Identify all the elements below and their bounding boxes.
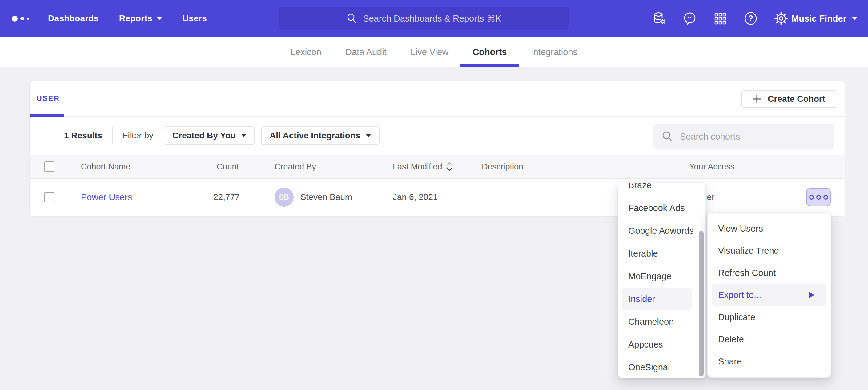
- chevron-down-icon: [241, 134, 246, 137]
- nav-link-reports[interactable]: Reports: [119, 13, 162, 23]
- nav-link-dashboards[interactable]: Dashboards: [48, 13, 99, 23]
- tab-user-cohorts[interactable]: USER: [30, 81, 67, 116]
- row-checkbox[interactable]: [44, 192, 55, 202]
- your-access-cell: Owner: [689, 192, 806, 202]
- col-header-last-modified[interactable]: Last Modified: [393, 161, 454, 172]
- results-count: 1 Results: [64, 131, 102, 140]
- filter-label: Created By You: [173, 131, 236, 140]
- submenu-arrow-icon: [809, 292, 814, 298]
- tab-live-view[interactable]: Live View: [399, 37, 461, 67]
- tab-label: Lexicon: [290, 47, 321, 57]
- nav-links: Dashboards Reports Users: [48, 13, 207, 23]
- tab-label: Integrations: [531, 47, 578, 57]
- tab-lexicon[interactable]: Lexicon: [279, 37, 333, 67]
- tab-cohorts[interactable]: Cohorts: [461, 37, 519, 67]
- tab-integrations[interactable]: Integrations: [519, 37, 590, 67]
- chevron-down-icon: [852, 17, 858, 20]
- menu-item-export-to[interactable]: Export to...: [712, 284, 827, 306]
- created-by-cell: SB Steven Baum: [275, 188, 393, 207]
- apps-grid-icon[interactable]: [713, 11, 727, 26]
- menu-item-onesignal[interactable]: OneSignal: [618, 356, 706, 378]
- select-all-checkbox[interactable]: [44, 161, 55, 172]
- data-gear-icon[interactable]: [652, 11, 667, 26]
- submenu-scrollbar[interactable]: [699, 231, 704, 376]
- global-search-input[interactable]: Search Dashboards & Reports ⌘K: [279, 7, 569, 30]
- menu-item-google-adwords[interactable]: Google Adwords: [618, 219, 706, 242]
- ellipsis-dot: [824, 195, 828, 200]
- cohort-search-input[interactable]: [680, 132, 827, 142]
- logo-dot-small: [27, 18, 29, 20]
- menu-item-iterable[interactable]: Iterable: [618, 242, 706, 265]
- help-icon[interactable]: ?: [743, 11, 758, 26]
- nav-link-label: Reports: [119, 13, 152, 23]
- create-cohort-label: Create Cohort: [768, 94, 825, 104]
- nav-link-label: Dashboards: [48, 13, 99, 23]
- logo-dot-large: [12, 16, 18, 22]
- menu-item-facebook-ads[interactable]: Facebook Ads: [618, 197, 706, 219]
- menu-item-share[interactable]: Share: [708, 350, 831, 372]
- feedback-bubble-icon[interactable]: [682, 11, 697, 26]
- cohort-count: 22,777: [213, 192, 239, 202]
- filter-toolbar: 1 Results Filter by Created By You All A…: [30, 117, 845, 155]
- chevron-down-icon: [366, 134, 371, 137]
- filter-label: All Active Integrations: [270, 131, 361, 140]
- col-header-count[interactable]: Count: [213, 162, 239, 172]
- tab-label: Data Audit: [345, 47, 386, 57]
- row-context-menu: View Users Visualize Trend Refresh Count…: [707, 212, 831, 378]
- menu-item-insider[interactable]: Insider: [622, 288, 692, 310]
- menu-item-view-users[interactable]: View Users: [708, 218, 831, 239]
- col-header-your-access[interactable]: Your Access: [689, 162, 806, 172]
- nav-link-label: Users: [183, 13, 207, 23]
- menu-item-moengage[interactable]: MoEngage: [618, 265, 706, 288]
- global-search-placeholder: Search Dashboards & Reports ⌘K: [363, 13, 501, 24]
- nav-link-users[interactable]: Users: [183, 13, 207, 23]
- menu-item-label: Export to...: [718, 290, 761, 300]
- search-icon: [346, 13, 358, 24]
- divider: [112, 127, 113, 144]
- cohort-type-tabbar: USER Create Cohort: [30, 81, 845, 117]
- avatar: SB: [275, 188, 293, 207]
- navbar-icon-group: ?: [652, 0, 788, 37]
- top-navbar: Dashboards Reports Users Search Dashboar…: [0, 0, 868, 37]
- export-integrations-submenu: Braze Facebook Ads Google Adwords Iterab…: [618, 183, 706, 378]
- created-by-filter-dropdown[interactable]: Created By You: [164, 126, 255, 145]
- ellipsis-dot: [816, 195, 821, 200]
- menu-item-braze[interactable]: Braze: [618, 183, 706, 197]
- col-header-cohort-name[interactable]: Cohort Name: [81, 162, 213, 172]
- menu-item-delete[interactable]: Delete: [708, 328, 831, 350]
- row-actions-button[interactable]: [806, 188, 831, 206]
- last-modified-cell: Jan 6, 2021: [393, 192, 482, 202]
- menu-item-refresh-count[interactable]: Refresh Count: [708, 262, 831, 284]
- workspace-name: Music Finder: [792, 13, 846, 24]
- table-header: Cohort Name Count Created By Last Modifi…: [30, 155, 845, 179]
- cohort-name-link[interactable]: Power Users: [81, 192, 132, 202]
- col-header-label: Last Modified: [393, 162, 442, 172]
- col-header-description[interactable]: Description: [482, 162, 689, 172]
- cohort-search-box[interactable]: [653, 124, 834, 149]
- menu-item-duplicate[interactable]: Duplicate: [708, 306, 831, 328]
- menu-item-appcues[interactable]: Appcues: [618, 333, 706, 356]
- settings-gear-icon[interactable]: [774, 11, 788, 26]
- mixpanel-logo[interactable]: [12, 16, 33, 22]
- table-row: Power Users 22,777 SB Steven Baum Jan 6,…: [30, 179, 845, 216]
- tab-label: Live View: [411, 47, 449, 57]
- secondary-nav: Lexicon Data Audit Live View Cohorts Int…: [0, 37, 868, 67]
- menu-item-chameleon[interactable]: Chameleon: [618, 310, 706, 333]
- chevron-down-icon: [157, 17, 162, 20]
- integrations-filter-dropdown[interactable]: All Active Integrations: [261, 126, 379, 145]
- svg-text:?: ?: [748, 14, 753, 23]
- filter-by-label: Filter by: [123, 131, 154, 140]
- tab-data-audit[interactable]: Data Audit: [333, 37, 399, 67]
- tab-label: USER: [37, 94, 60, 103]
- tab-label: Cohorts: [472, 47, 507, 57]
- ellipsis-dot: [809, 195, 814, 200]
- col-header-created-by[interactable]: Created By: [275, 162, 393, 172]
- logo-dot-medium: [20, 17, 24, 20]
- cohorts-panel: USER Create Cohort 1 Results Filter by C…: [29, 80, 845, 216]
- workspace-switcher[interactable]: Music Finder: [792, 0, 858, 37]
- create-cohort-button[interactable]: Create Cohort: [741, 90, 836, 108]
- menu-item-visualize-trend[interactable]: Visualize Trend: [708, 239, 831, 262]
- sort-icon: [446, 161, 454, 172]
- plus-icon: [752, 94, 762, 104]
- created-by-name: Steven Baum: [301, 192, 352, 202]
